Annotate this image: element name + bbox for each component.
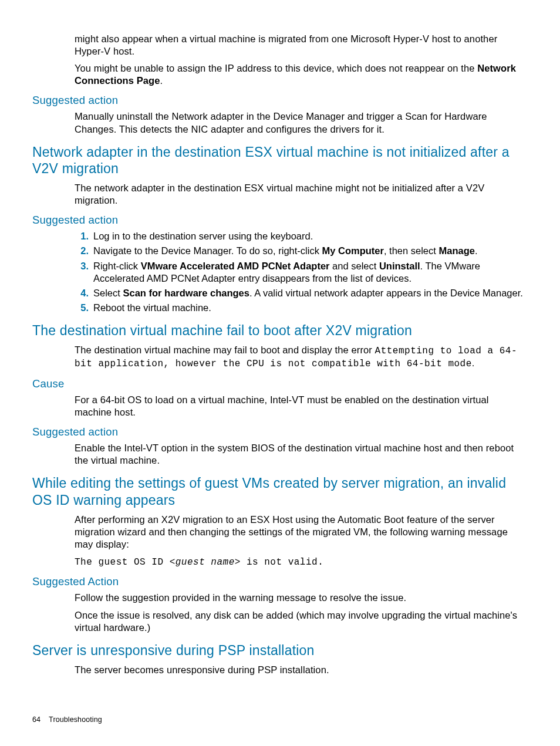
intro-p2-text: You might be unable to assign the IP add… xyxy=(75,63,477,73)
sec3-body-block: After performing an X2V migration to an … xyxy=(75,514,528,569)
footer-title: Troubleshooting xyxy=(49,715,102,724)
step-text-pre: Select xyxy=(93,288,123,298)
step-text-bold1: Scan for hardware changes xyxy=(123,288,249,298)
section-heading-invalid-os: While editing the settings of guest VMs … xyxy=(32,475,528,509)
suggested-action-heading-4: Suggested Action xyxy=(32,575,528,588)
section-heading-boot-fail: The destination virtual machine fail to … xyxy=(32,322,528,339)
step-text: Reboot the virtual machine. xyxy=(93,302,211,313)
cause-body: For a 64-bit OS to load on a virtual mac… xyxy=(75,394,528,418)
suggested-action-heading-1: Suggested action xyxy=(32,94,528,107)
sec4-body: The server becomes unresponsive during P… xyxy=(75,664,528,676)
step-number: 1. xyxy=(73,230,89,242)
sec1-body: The network adapter in the destination E… xyxy=(75,182,528,207)
step-text-bold1: My Computer xyxy=(322,245,383,256)
cause-body-block: For a 64-bit OS to load on a virtual mac… xyxy=(75,394,528,418)
sec2-body-block: The destination virtual machine may fail… xyxy=(75,344,528,370)
sa2-step-3: 3. Right-click VMware Accelerated AMD PC… xyxy=(93,260,528,285)
sa2-step-4: 4. Select Scan for hardware changes. A v… xyxy=(93,287,528,299)
sec2-body-pre: The destination virtual machine may fail… xyxy=(75,345,375,355)
sec3-code-var: <guest name> xyxy=(170,557,241,568)
section-heading-network-adapter: Network adapter in the destination ESX v… xyxy=(32,144,528,178)
page-number: 64 xyxy=(32,715,41,724)
sa4-p2: Once the issue is resolved, any disk can… xyxy=(75,609,528,634)
step-text-pre: Navigate to the Device Manager. To do so… xyxy=(93,245,322,256)
step-text-bold2: Manage xyxy=(438,245,474,256)
step-text-pre: Right-click xyxy=(93,261,141,271)
sa2-step-1: 1. Log in to the destination server usin… xyxy=(93,230,528,242)
sec3-code-post: is not valid. xyxy=(241,557,323,568)
step-text-bold2: Uninstall xyxy=(379,261,420,271)
step-text-mid: , then select xyxy=(384,245,439,256)
sa3-body: Enable the Intel-VT option in the system… xyxy=(75,442,528,467)
step-text-post: . xyxy=(475,245,478,256)
sa3-body-block: Enable the Intel-VT option in the system… xyxy=(75,442,528,467)
intro-para-1: might also appear when a virtual machine… xyxy=(75,33,528,58)
sa4-p1: Follow the suggestion provided in the wa… xyxy=(75,592,528,604)
sec4-body-block: The server becomes unresponsive during P… xyxy=(75,664,528,676)
sec3-body: After performing an X2V migration to an … xyxy=(75,514,528,551)
sec2-body-post: . xyxy=(472,357,475,368)
sa1-body: Manually uninstall the Network adapter i… xyxy=(75,110,528,135)
sec1-body-block: The network adapter in the destination E… xyxy=(75,182,528,207)
sa1-body-block: Manually uninstall the Network adapter i… xyxy=(75,110,528,135)
step-number: 4. xyxy=(73,287,89,299)
step-text-post: . A valid virtual network adapter appear… xyxy=(249,288,523,298)
intro-block: might also appear when a virtual machine… xyxy=(75,33,528,87)
page: might also appear when a virtual machine… xyxy=(0,0,560,746)
suggested-action-heading-3: Suggested action xyxy=(32,426,528,438)
intro-para-2: You might be unable to assign the IP add… xyxy=(75,62,528,87)
step-number: 5. xyxy=(73,302,89,314)
sa2-steps: 1. Log in to the destination server usin… xyxy=(32,230,528,314)
suggested-action-heading-2: Suggested action xyxy=(32,214,528,227)
sa2-step-2: 2. Navigate to the Device Manager. To do… xyxy=(93,245,528,257)
step-text-bold1: VMware Accelerated AMD PCNet Adapter xyxy=(141,261,330,271)
step-number: 2. xyxy=(73,245,89,257)
step-number: 3. xyxy=(73,260,89,272)
sec3-code: The guest OS ID <guest name> is not vali… xyxy=(75,555,528,568)
sa2-step-5: 5. Reboot the virtual machine. xyxy=(93,302,528,314)
section-heading-psp: Server is unresponsive during PSP instal… xyxy=(32,642,528,659)
step-text-mid: and select xyxy=(330,261,379,271)
step-text: Log in to the destination server using t… xyxy=(93,231,313,241)
cause-heading: Cause xyxy=(32,377,528,390)
sa4-body-block: Follow the suggestion provided in the wa… xyxy=(75,592,528,633)
intro-p2-tail: . xyxy=(160,75,163,86)
page-footer: 64Troubleshooting xyxy=(32,715,102,724)
sec3-code-pre: The guest OS ID xyxy=(75,557,170,568)
sec2-body: The destination virtual machine may fail… xyxy=(75,344,528,370)
